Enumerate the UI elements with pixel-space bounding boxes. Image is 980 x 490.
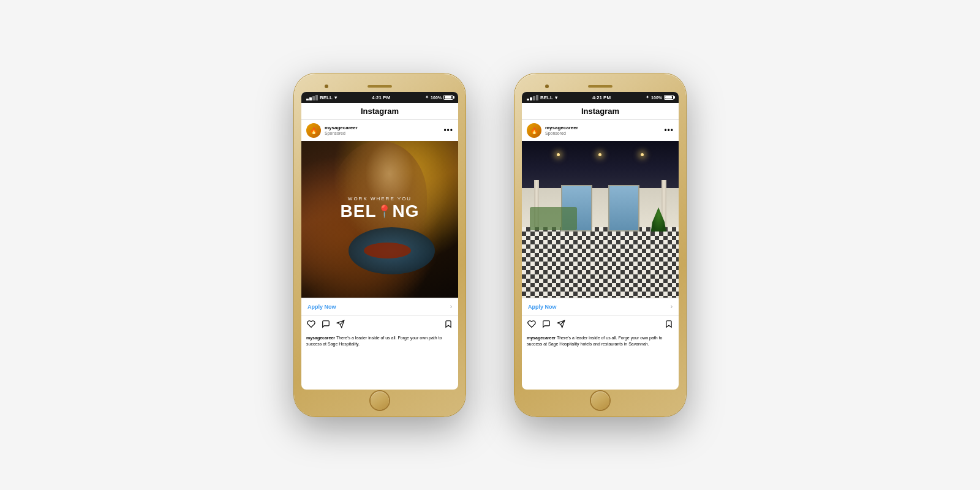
username-1: mysagecareer	[325, 125, 440, 131]
sponsored-2: Sponsored	[545, 131, 660, 136]
phone-1-camera	[325, 85, 328, 88]
status-bar-1: BELL ▾ 4:21 PM ✦ 100%	[301, 92, 458, 103]
caption-username-2: mysagecareer	[527, 336, 556, 340]
apply-bar-1[interactable]: Apply Now ›	[301, 298, 458, 315]
caption-username-1: mysagecareer	[306, 336, 335, 340]
instagram-title-1: Instagram	[361, 107, 399, 116]
belong-label: B EL 📍 NG	[340, 202, 419, 221]
comment-icon-2[interactable]	[541, 319, 551, 329]
instagram-header-1: Instagram	[301, 103, 458, 120]
status-left-2: BELL ▾	[527, 95, 557, 100]
apply-chevron-2: ›	[671, 303, 673, 310]
caption-2: mysagecareer There's a leader inside of …	[522, 333, 679, 352]
signal-icon-1	[306, 95, 318, 100]
phone-2-camera	[545, 85, 549, 88]
wifi-icon-1: ▾	[334, 95, 337, 100]
user-info-1: mysagecareer Sponsored	[325, 125, 440, 136]
avatar-icon-2: 🔥	[530, 127, 538, 134]
action-icons-left-1	[306, 319, 439, 329]
user-info-2: mysagecareer Sponsored	[545, 125, 660, 136]
action-icons-left-2	[527, 319, 659, 329]
share-icon-1[interactable]	[336, 319, 345, 329]
instagram-title-2: Instagram	[581, 107, 619, 116]
phone-1-bottom	[301, 390, 458, 409]
ad-text-1: WORK WHERE YOU B EL 📍 NG	[340, 196, 419, 221]
phone-2: BELL ▾ 4:21 PM ✦ 100% Instagram	[514, 74, 686, 417]
time-1: 4:21 PM	[372, 95, 390, 100]
phone-1-screen: BELL ▾ 4:21 PM ✦ 100% Instagram	[301, 92, 458, 390]
bookmark-icon-2[interactable]	[664, 319, 674, 329]
phone-2-speaker	[588, 85, 612, 88]
post-image-2	[522, 141, 679, 298]
avatar-icon-1: 🔥	[310, 127, 317, 134]
action-bar-2	[522, 315, 679, 333]
phone-1-top	[301, 81, 458, 92]
signal-icon-2	[527, 95, 538, 100]
wifi-icon-2: ▾	[555, 95, 557, 100]
battery-icon-2	[664, 95, 674, 100]
status-right-2: ✦ 100%	[646, 95, 674, 100]
phone-1: BELL ▾ 4:21 PM ✦ 100% Instagram	[294, 74, 466, 417]
phone-2-top	[522, 81, 679, 92]
home-button-2[interactable]	[591, 391, 609, 410]
carrier-2: BELL	[540, 95, 553, 100]
page-container: BELL ▾ 4:21 PM ✦ 100% Instagram	[0, 0, 980, 490]
bluetooth-icon-2: ✦	[646, 95, 649, 100]
status-left-1: BELL ▾	[306, 95, 337, 100]
hotel-bg-2	[522, 141, 679, 298]
checkerboard-floor	[522, 227, 679, 298]
apply-bar-2[interactable]: Apply Now ›	[522, 298, 679, 315]
post-image-1: WORK WHERE YOU B EL 📍 NG	[301, 141, 458, 298]
more-menu-2[interactable]: •••	[664, 126, 674, 135]
pin-icon-1: 📍	[377, 204, 393, 219]
phone-2-bottom	[522, 390, 679, 409]
apply-now-2[interactable]: Apply Now	[528, 304, 557, 310]
work-where-label: WORK WHERE YOU	[340, 196, 419, 202]
avatar-1: 🔥	[306, 123, 321, 138]
home-button-1[interactable]	[371, 391, 389, 410]
apply-chevron-1: ›	[450, 303, 452, 310]
post-header-2: 🔥 mysagecareer Sponsored •••	[522, 120, 679, 141]
action-bar-1	[301, 315, 458, 333]
comment-icon-1[interactable]	[321, 319, 331, 329]
phone-1-speaker	[368, 85, 392, 88]
status-right-1: ✦ 100%	[425, 95, 453, 100]
battery-percent-2: 100%	[651, 96, 662, 100]
battery-icon-1	[443, 95, 453, 100]
caption-1: mysagecareer There's a leader inside of …	[301, 333, 458, 352]
more-menu-1[interactable]: •••	[443, 126, 453, 135]
phone-2-screen: BELL ▾ 4:21 PM ✦ 100% Instagram	[522, 92, 679, 390]
time-2: 4:21 PM	[592, 95, 611, 100]
chef-bg-1: WORK WHERE YOU B EL 📍 NG	[301, 141, 458, 298]
post-header-1: 🔥 mysagecareer Sponsored •••	[301, 120, 458, 141]
share-icon-2[interactable]	[556, 319, 566, 329]
heart-icon-2[interactable]	[527, 319, 537, 329]
carrier-1: BELL	[320, 95, 333, 100]
avatar-2: 🔥	[527, 123, 541, 138]
apply-now-1[interactable]: Apply Now	[307, 304, 336, 310]
instagram-header-2: Instagram	[522, 103, 679, 120]
bookmark-icon-1[interactable]	[443, 319, 453, 329]
bluetooth-icon-1: ✦	[425, 95, 429, 100]
username-2: mysagecareer	[545, 125, 660, 131]
status-bar-2: BELL ▾ 4:21 PM ✦ 100%	[522, 92, 679, 103]
sponsored-1: Sponsored	[325, 131, 440, 136]
battery-percent-1: 100%	[431, 96, 442, 100]
heart-icon-1[interactable]	[306, 319, 316, 329]
